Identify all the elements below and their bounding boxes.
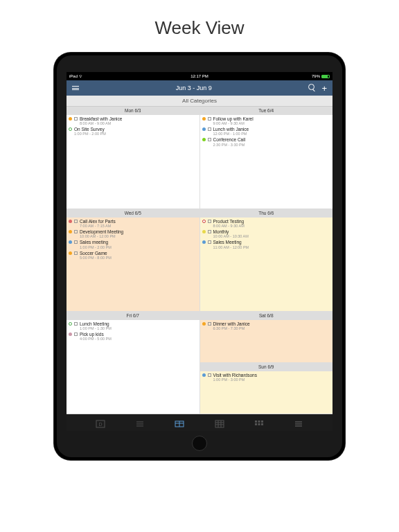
event-item[interactable]: Sales Meeting11:00 AM - 12:00 PM [202, 240, 331, 249]
tab-week[interactable] [175, 418, 184, 427]
event-time: 12:00 PM - 1:00 PM [213, 132, 249, 136]
event-item[interactable]: Monthly10:00 AM - 10:30 AM [202, 229, 331, 238]
event-item[interactable]: Lunch Meeting1:00 PM - 1:30 PM [69, 321, 197, 330]
day-mon[interactable]: Mon 6/3Breakfast with Janice8:00 AM - 9:… [66, 107, 200, 209]
checkbox-icon[interactable] [74, 240, 78, 244]
wifi-icon: ᯤ [79, 74, 83, 78]
event-time: 6:30 PM - 7:30 PM [213, 326, 250, 330]
event-item[interactable]: Visit with Richardsons1:00 PM - 3:00 PM [202, 373, 331, 382]
category-dot [202, 240, 206, 244]
checkbox-icon[interactable] [74, 230, 78, 233]
add-icon[interactable]: + [321, 84, 327, 93]
day-sun[interactable]: Sun 6/9Visit with Richardsons1:00 PM - 3… [200, 363, 333, 414]
event-title: Sales Meeting [213, 240, 249, 245]
event-item[interactable]: Call Alex for Parts7:00 AM - 7:15 AM [69, 219, 197, 228]
menu-icon[interactable] [72, 86, 79, 90]
checkbox-icon[interactable] [208, 322, 211, 326]
event-time: 11:00 AM - 12:00 PM [213, 245, 249, 249]
checkbox-icon[interactable] [74, 322, 78, 326]
tab-month[interactable] [215, 418, 224, 427]
event-time: 10:00 AM - 12:00 PM [80, 234, 123, 238]
svg-rect-16 [255, 423, 257, 425]
category-dot [202, 138, 206, 141]
device-name: iPad [69, 74, 78, 78]
tab-day[interactable]: D [96, 418, 105, 427]
category-dot [202, 117, 206, 121]
event-time: 1:00 PM - 2:00 PM [80, 245, 112, 249]
ipad-frame: iPadᯤ 12:17 PM 79% Jun 3 - Jun 9 + All C… [54, 53, 345, 460]
event-item[interactable]: Breakfast with Janice8:00 AM - 9:00 AM [69, 116, 197, 125]
checkbox-icon[interactable] [74, 117, 78, 121]
event-item[interactable]: Dinner with Janice6:30 PM - 7:30 PM [202, 321, 331, 330]
event-item[interactable]: Development Meeting10:00 AM - 12:00 PM [69, 229, 197, 238]
event-time: 10:00 AM - 10:30 AM [213, 234, 249, 238]
checkbox-icon[interactable] [208, 138, 211, 141]
category-dot [69, 127, 72, 131]
battery-icon [321, 75, 330, 78]
event-title: Product Testing [213, 219, 245, 224]
screen: iPadᯤ 12:17 PM 79% Jun 3 - Jun 9 + All C… [66, 72, 332, 431]
checkbox-icon[interactable] [208, 230, 211, 233]
event-title: Conference Call [213, 137, 246, 142]
event-item[interactable]: Pick up kids4:00 PM - 5:00 PM [69, 332, 197, 341]
svg-text:D: D [98, 422, 102, 427]
checkbox-icon[interactable] [208, 373, 211, 377]
category-dot [69, 230, 72, 233]
event-time: 5:00 PM - 8:00 PM [80, 256, 112, 260]
search-icon[interactable] [308, 84, 314, 90]
event-time: 9:00 AM - 9:30 AM [213, 121, 254, 125]
event-title: Pick up kids [80, 332, 112, 337]
category-dot [69, 251, 72, 255]
day-fri[interactable]: Fri 6/7Lunch Meeting1:00 PM - 1:30 PMPic… [66, 312, 200, 414]
tab-bar: D [66, 414, 332, 431]
event-title: Monthly [213, 229, 249, 234]
checkbox-icon[interactable] [208, 127, 211, 131]
event-title: Sales meeting [80, 240, 112, 245]
day-wed[interactable]: Wed 6/5Call Alex for Parts7:00 AM - 7:15… [66, 209, 200, 311]
event-title: Call Alex for Parts [80, 219, 116, 224]
event-title: Visit with Richardsons [213, 373, 257, 378]
category-dot [69, 220, 72, 223]
svg-rect-13 [255, 420, 257, 423]
checkbox-icon[interactable] [74, 251, 78, 255]
checkbox-icon[interactable] [74, 332, 78, 336]
checkbox-icon[interactable] [208, 240, 211, 244]
date-range[interactable]: Jun 3 - Jun 9 [176, 85, 212, 91]
event-title: On Site Survey [74, 127, 106, 132]
category-filter[interactable]: All Categories [66, 96, 332, 107]
event-item[interactable]: Soccer Game5:00 PM - 8:00 PM [69, 251, 197, 260]
day-thu[interactable]: Thu 6/6Product Testing8:00 AM - 9:30 AMM… [200, 209, 333, 311]
event-item[interactable]: Follow up with Karel9:00 AM - 9:30 AM [202, 116, 331, 125]
event-item[interactable]: Product Testing8:00 AM - 9:30 AM [202, 219, 331, 228]
event-time: 1:00 PM - 1:30 PM [80, 326, 112, 330]
day-tue[interactable]: Tue 6/4Follow up with Karel9:00 AM - 9:3… [200, 107, 333, 209]
event-title: Breakfast with Janice [80, 116, 122, 121]
event-item[interactable]: On Site Survey1:00 PM - 2:00 PM [69, 127, 197, 136]
svg-rect-17 [258, 423, 260, 425]
category-dot [202, 230, 206, 233]
event-title: Lunch Meeting [80, 321, 112, 326]
category-dot [69, 332, 72, 336]
svg-rect-18 [261, 423, 263, 425]
day-sat[interactable]: Sat 6/8Dinner with Janice6:30 PM - 7:30 … [200, 312, 333, 363]
event-time: 8:00 AM - 9:30 AM [213, 224, 245, 228]
tab-more[interactable] [294, 418, 303, 427]
checkbox-icon[interactable] [208, 117, 211, 121]
home-button[interactable] [192, 436, 207, 451]
page-title: Week View [0, 0, 399, 53]
event-title: Soccer Game [80, 251, 112, 256]
tab-grid[interactable] [254, 418, 264, 427]
category-dot [69, 322, 72, 326]
svg-rect-15 [261, 420, 263, 423]
svg-rect-14 [258, 420, 260, 423]
checkbox-icon[interactable] [208, 220, 211, 223]
week-grid: Mon 6/3Breakfast with Janice8:00 AM - 9:… [66, 107, 332, 414]
event-item[interactable]: Sales meeting1:00 PM - 2:00 PM [69, 240, 197, 249]
event-title: Dinner with Janice [213, 321, 250, 326]
event-item[interactable]: Conference Call2:30 PM - 3:30 PM [202, 137, 331, 146]
event-time: 4:00 PM - 5:00 PM [80, 337, 112, 341]
event-time: 1:00 PM - 3:00 PM [213, 378, 257, 382]
tab-list[interactable] [135, 418, 145, 427]
checkbox-icon[interactable] [74, 220, 78, 223]
event-item[interactable]: Lunch with Janice12:00 PM - 1:00 PM [202, 127, 331, 136]
